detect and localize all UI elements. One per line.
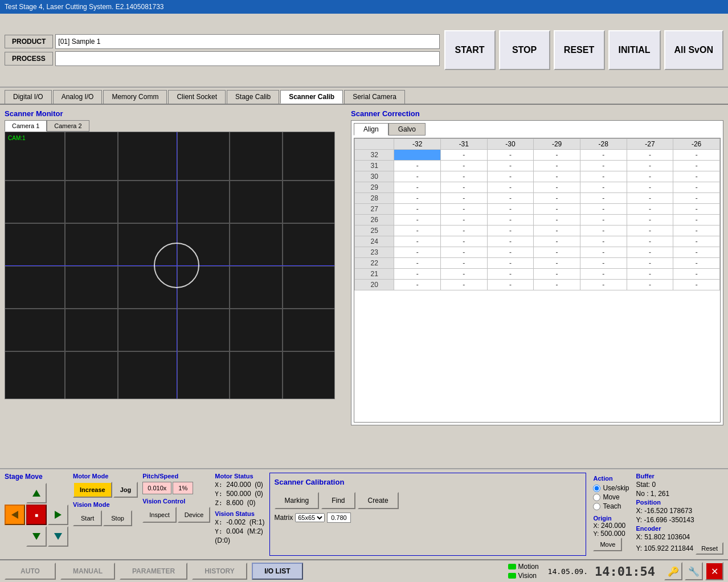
svg-marker-1	[11, 511, 18, 519]
create-button[interactable]: Create	[358, 492, 399, 509]
col-header--28[interactable]: -28	[580, 139, 627, 150]
parameter-button[interactable]: PARAMETER	[120, 563, 187, 580]
vision-status-y: Y: 0.004 (M:2)	[215, 527, 264, 535]
tab-scanner-calib[interactable]: Scanner Calib	[280, 90, 343, 104]
teach-radio[interactable]: Teach	[593, 502, 629, 510]
camera1-tab[interactable]: Camera 1	[5, 120, 47, 132]
cell-32--29[interactable]: -	[534, 150, 580, 161]
tab-analog-io[interactable]: Analog I/O	[53, 90, 103, 104]
product-label: PRODUCT	[5, 35, 53, 48]
pitch-value[interactable]: 0.010x	[142, 482, 171, 494]
col-header--27[interactable]: -27	[627, 139, 673, 150]
scanner-correction-title: Scanner Correction	[351, 109, 723, 118]
marking-button[interactable]: Marking	[275, 492, 320, 509]
stage-left-button[interactable]	[5, 505, 25, 525]
matrix-label: Matrix	[275, 514, 293, 522]
galvo-tab[interactable]: Galvo	[388, 123, 426, 136]
product-input[interactable]	[55, 34, 439, 49]
row-header-20[interactable]: 20	[355, 280, 394, 290]
motion-light	[508, 564, 516, 569]
all-svon-button[interactable]: All SvON	[664, 30, 723, 70]
cell-32--30[interactable]: -	[487, 150, 534, 161]
increase-button[interactable]: Increase	[73, 482, 112, 498]
origin-move-button[interactable]: Move	[593, 538, 622, 551]
row-header-24[interactable]: 24	[355, 236, 394, 247]
camera2-tab[interactable]: Camera 2	[47, 120, 89, 132]
settings-icon-button[interactable]: 🔑	[664, 562, 682, 580]
row-header-21[interactable]: 21	[355, 269, 394, 280]
align-tab[interactable]: Align	[354, 123, 388, 136]
pitch-vision-col: Pitch/Speed 0.010x 1% Vision Control Ins…	[142, 473, 210, 556]
tab-digital-io[interactable]: Digital I/O	[5, 90, 52, 104]
motor-mode-buttons: Increase Jog	[73, 482, 138, 498]
col-header--29[interactable]: -29	[534, 139, 580, 150]
row-header-23[interactable]: 23	[355, 247, 394, 258]
vision-light	[508, 573, 516, 579]
tab-memory-comm[interactable]: Memory Comm	[103, 90, 167, 104]
tools-icon-button[interactable]: 🔧	[685, 562, 703, 580]
device-button[interactable]: Device	[178, 507, 211, 523]
motor-status-z: Z: 8.600 (0)	[215, 499, 264, 507]
correction-table-wrap: -32 -31 -30 -29 -28 -27 -26 32	[354, 138, 721, 423]
row-header-29[interactable]: 29	[355, 182, 394, 193]
row-header-31[interactable]: 31	[355, 161, 394, 171]
cell-31--32[interactable]: -	[394, 161, 441, 171]
matrix-select[interactable]: 65x65	[295, 513, 325, 522]
process-row: PROCESS	[5, 51, 440, 66]
encoder-reset-button[interactable]: Reset	[696, 542, 723, 555]
tab-stage-calib[interactable]: Stage Calib	[227, 90, 279, 104]
find-button[interactable]: Find	[321, 492, 355, 509]
row-header-22[interactable]: 22	[355, 258, 394, 269]
vision-start-button[interactable]: Start	[73, 510, 102, 526]
origin-y: Y: 500.000	[593, 530, 629, 538]
speed-value[interactable]: 1%	[173, 482, 193, 494]
col-header--26[interactable]: -26	[673, 139, 720, 150]
col-header--31[interactable]: -31	[440, 139, 487, 150]
vision-status-x: X: -0.002 (R:1)	[215, 518, 264, 526]
cell-32--28[interactable]: -	[580, 150, 627, 161]
stage-up-button[interactable]	[26, 483, 47, 503]
cell-32--26[interactable]: -	[673, 150, 720, 161]
start-button[interactable]: START	[444, 30, 496, 70]
row-header-25[interactable]: 25	[355, 226, 394, 236]
stage-move-title: Stage Move	[5, 473, 68, 481]
history-button[interactable]: HISTORY	[192, 563, 247, 580]
iolist-button[interactable]: I/O LIST	[252, 563, 303, 580]
jog-button[interactable]: Jog	[113, 482, 138, 498]
auto-button[interactable]: AUTO	[5, 563, 56, 580]
cell-32--32[interactable]	[394, 150, 441, 161]
row-header-26[interactable]: 26	[355, 215, 394, 226]
grid-h4	[5, 351, 334, 352]
reset-button[interactable]: RESET	[554, 30, 605, 70]
vision-stop-button[interactable]: Stop	[103, 510, 132, 526]
col-header--30[interactable]: -30	[487, 139, 534, 150]
inspect-button[interactable]: Inspect	[142, 507, 176, 523]
row-header-28[interactable]: 28	[355, 193, 394, 204]
cell-32--31[interactable]: -	[440, 150, 487, 161]
use-skip-radio[interactable]: Use/skip	[593, 484, 629, 492]
col-header--32[interactable]: -32	[394, 139, 441, 150]
initial-button[interactable]: INITIAL	[608, 30, 661, 70]
footer: AUTO MANUAL PARAMETER HISTORY I/O LIST M…	[0, 559, 728, 582]
cell-32--27[interactable]: -	[627, 150, 673, 161]
process-input[interactable]	[55, 51, 440, 66]
tab-client-socket[interactable]: Client Socket	[168, 90, 226, 104]
stage-right-button[interactable]	[48, 505, 68, 525]
stage-empty-tl	[5, 483, 25, 503]
tab-serial-camera[interactable]: Serial Camera	[344, 90, 405, 104]
window-title: Test Stage 4, Laser Cutting System. E2.1…	[5, 3, 164, 11]
table-row: 30 -------	[355, 171, 720, 182]
move-radio[interactable]: Move	[593, 493, 629, 501]
stage-down-button[interactable]	[26, 526, 47, 547]
close-icon-button[interactable]: ✕	[705, 562, 723, 580]
vision-control-title: Vision Control	[142, 498, 210, 505]
stage-extra-button[interactable]	[48, 526, 68, 547]
stop-button[interactable]: STOP	[499, 30, 550, 70]
stage-center-button[interactable]: ■	[26, 505, 47, 525]
manual-button[interactable]: MANUAL	[60, 563, 115, 580]
row-header-30[interactable]: 30	[355, 171, 394, 182]
row-header-27[interactable]: 27	[355, 204, 394, 215]
row-header-32[interactable]: 32	[355, 150, 394, 161]
grid-h3	[5, 308, 334, 309]
product-row: PRODUCT	[5, 34, 440, 49]
